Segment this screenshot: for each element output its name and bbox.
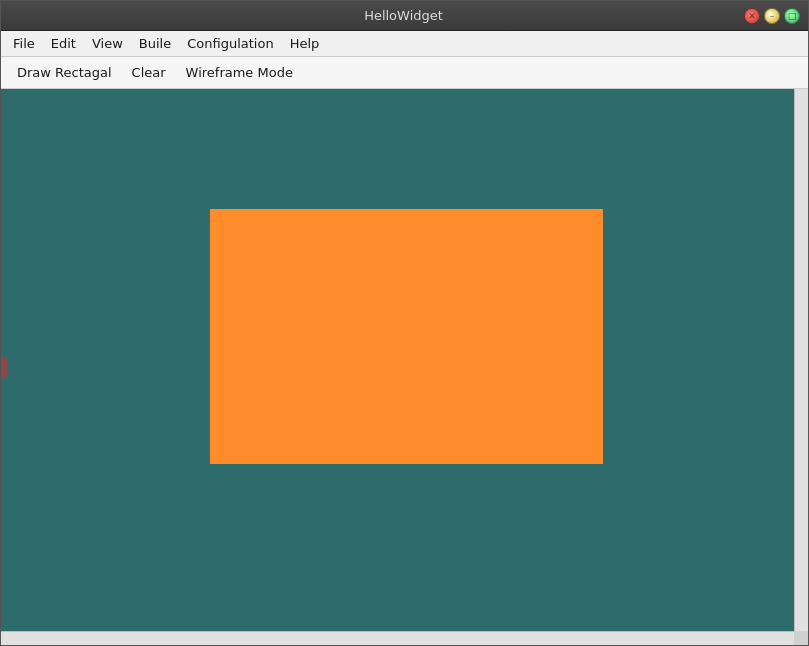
toolbar: Draw Rectagal Clear Wireframe Mode bbox=[1, 57, 808, 89]
wireframe-mode-button[interactable]: Wireframe Mode bbox=[178, 62, 301, 83]
clear-button[interactable]: Clear bbox=[124, 62, 174, 83]
maximize-button[interactable]: □ bbox=[784, 8, 800, 24]
scrollbar-vertical[interactable] bbox=[794, 89, 808, 631]
scrollbar-corner bbox=[794, 631, 808, 645]
scrollbar-horizontal[interactable] bbox=[1, 631, 794, 645]
minimize-button[interactable]: – bbox=[764, 8, 780, 24]
titlebar: HelloWidget ✕ – □ bbox=[1, 1, 808, 31]
drawn-rectangle bbox=[210, 209, 603, 464]
edge-marker-left bbox=[1, 357, 7, 377]
menu-configulation[interactable]: Configulation bbox=[179, 33, 281, 54]
window-title: HelloWidget bbox=[63, 8, 744, 23]
menubar: File Edit View Buile Configulation Help bbox=[1, 31, 808, 57]
close-button[interactable]: ✕ bbox=[744, 8, 760, 24]
menu-edit[interactable]: Edit bbox=[43, 33, 84, 54]
titlebar-controls: ✕ – □ bbox=[744, 8, 800, 24]
draw-rectagal-button[interactable]: Draw Rectagal bbox=[9, 62, 120, 83]
canvas-area[interactable] bbox=[1, 89, 808, 645]
main-window: HelloWidget ✕ – □ File Edit View Buile C… bbox=[0, 0, 809, 646]
menu-view[interactable]: View bbox=[84, 33, 131, 54]
menu-help[interactable]: Help bbox=[282, 33, 328, 54]
menu-buile[interactable]: Buile bbox=[131, 33, 179, 54]
menu-file[interactable]: File bbox=[5, 33, 43, 54]
